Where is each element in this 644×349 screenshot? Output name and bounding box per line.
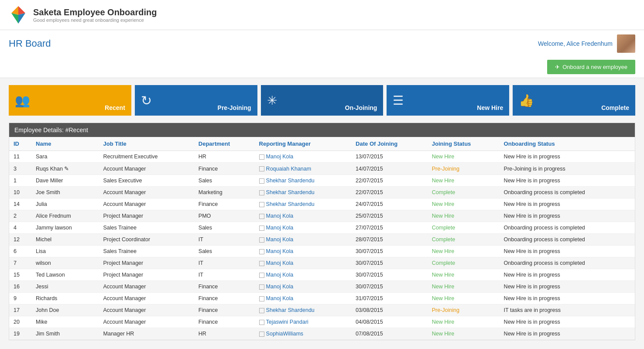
reporting-manager-link[interactable]: Roquaiah Khanam (266, 166, 312, 172)
joining-status-link[interactable]: Pre-Joining (432, 307, 459, 313)
cell-id: 14 (9, 198, 31, 210)
reporting-manager-link[interactable]: Tejaswini Pandari (266, 319, 308, 325)
cell-date-of-joining: 03/08/2015 (351, 305, 428, 316)
reporting-manager-link[interactable]: Manoj Kola (266, 236, 294, 243)
cell-department: Sales (194, 175, 255, 187)
reporting-manager-link[interactable]: Manoj Kola (266, 284, 294, 290)
reporting-manager-link[interactable]: Shekhar Shardendu (266, 307, 315, 313)
onboard-btn-label: Onboard a new employee (562, 64, 627, 70)
cell-job-title: Project Manager (99, 210, 194, 222)
cell-name: Jim Smith (31, 328, 99, 340)
cell-onboarding-status: New Hire is in progress (500, 269, 635, 281)
cell-department: HR (194, 328, 255, 340)
cell-reporting-manager: Manoj Kola (255, 281, 352, 293)
status-cards-container: 👥 Recent ↻ Pre-Joining ✳ On-Joining ☰ Ne… (0, 78, 644, 123)
onboard-btn-row: ✈ Onboard a new employee (0, 56, 644, 78)
cell-job-title: Project Coordinator (99, 234, 194, 246)
reporting-manager-link[interactable]: SophiaWilliams (266, 331, 303, 337)
cell-joining-status: Complete (428, 222, 500, 234)
cell-onboarding-status: Pre-Joining is in progress (500, 163, 635, 175)
joining-status-link[interactable]: Complete (432, 225, 456, 231)
app-logo-title: Saketa Employee Onboarding (33, 7, 157, 17)
reporting-manager-link[interactable]: Shekhar Shardendu (266, 201, 315, 207)
reporting-manager-link[interactable]: Manoj Kola (266, 154, 294, 160)
col-header-name: Name (31, 137, 99, 151)
cell-department: Finance (194, 281, 255, 293)
joining-status-link[interactable]: Complete (432, 189, 456, 195)
cell-name: Lisa (31, 246, 99, 257)
cell-joining-status: New Hire (428, 316, 500, 328)
cell-department: HR (194, 151, 255, 163)
reporting-manager-link[interactable]: Manoj Kola (266, 248, 294, 254)
table-row: 11 Sara Recruitment Executive HR Manoj K… (9, 151, 635, 163)
avatar-image (617, 34, 635, 53)
onboard-btn-icon: ✈ (555, 64, 560, 70)
cell-name: Mike (31, 316, 99, 328)
cell-onboarding-status: Onboarding process is completed (500, 187, 635, 198)
cell-job-title: Recruitment Executive (99, 151, 194, 163)
cell-joining-status: Pre-Joining (428, 163, 500, 175)
cell-onboarding-status: New Hire is in progress (500, 151, 635, 163)
cell-onboarding-status: New Hire is in progress (500, 293, 635, 305)
table-row: 6 Lisa Sales Trainee Sales Manoj Kola 30… (9, 246, 635, 257)
page-title-row: HR Board Welcome, Alice Fredenhum (0, 30, 644, 56)
joining-status-link[interactable]: New Hire (432, 331, 454, 337)
status-card-pre-joining[interactable]: ↻ Pre-Joining (135, 85, 257, 116)
cell-joining-status: New Hire (428, 151, 500, 163)
status-card-complete[interactable]: 👍 Complete (513, 85, 635, 116)
table-row: 15 Ted Lawson Project Manager IT Manoj K… (9, 269, 635, 281)
cell-job-title: Account Manager (99, 316, 194, 328)
cell-name: Sara (31, 151, 99, 163)
status-card-new-hire[interactable]: ☰ New Hire (387, 85, 509, 116)
pre-joining-card-icon: ↻ (141, 93, 152, 108)
onboard-new-employee-button[interactable]: ✈ Onboard a new employee (547, 60, 635, 74)
col-header-joining-status: Joining Status (428, 137, 500, 151)
reporting-manager-link[interactable]: Manoj Kola (266, 272, 294, 278)
cell-department: IT (194, 269, 255, 281)
svg-marker-3 (18, 13, 25, 24)
cell-reporting-manager: Manoj Kola (255, 246, 352, 257)
joining-status-link[interactable]: New Hire (432, 319, 454, 325)
joining-status-link[interactable]: New Hire (432, 154, 454, 160)
col-header-department: Department (194, 137, 255, 151)
status-card-recent[interactable]: 👥 Recent (9, 85, 131, 116)
joining-status-link[interactable]: New Hire (432, 284, 454, 290)
joining-status-link[interactable]: New Hire (432, 248, 454, 254)
reporting-manager-link[interactable]: Shekhar Shardendu (266, 178, 315, 184)
cell-date-of-joining: 30/07/2015 (351, 281, 428, 293)
cell-name: Richards (31, 293, 99, 305)
recent-card-label: Recent (105, 104, 125, 111)
joining-status-link[interactable]: Complete (432, 236, 456, 243)
reporting-manager-link[interactable]: Manoj Kola (266, 260, 294, 266)
cell-name: Jessi (31, 281, 99, 293)
on-joining-card-icon: ✳ (267, 93, 277, 108)
cell-date-of-joining: 13/07/2015 (351, 151, 428, 163)
cell-job-title: Project Manager (99, 257, 194, 269)
joining-status-link[interactable]: Complete (432, 260, 456, 266)
col-header-id: ID (9, 137, 31, 151)
reporting-manager-link[interactable]: Manoj Kola (266, 213, 294, 219)
cell-onboarding-status: Onboarding process is completed (500, 234, 635, 246)
status-card-on-joining[interactable]: ✳ On-Joining (261, 85, 384, 116)
reporting-manager-link[interactable]: Shekhar Shardendu (266, 189, 315, 195)
joining-status-link[interactable]: New Hire (432, 295, 454, 301)
joining-status-link[interactable]: New Hire (432, 272, 454, 278)
cell-reporting-manager: Manoj Kola (255, 151, 352, 163)
reporting-manager-link[interactable]: Manoj Kola (266, 295, 294, 301)
joining-status-link[interactable]: New Hire (432, 201, 454, 207)
employee-table-section: Employee Details: #Recent ID Name Job Ti… (9, 123, 635, 340)
joining-status-link[interactable]: New Hire (432, 178, 454, 184)
joining-status-link[interactable]: Pre-Joining (432, 166, 459, 172)
logo-text-area: Saketa Employee Onboarding Good employee… (33, 7, 157, 23)
new-hire-card-label: New Hire (477, 104, 503, 111)
reporting-manager-link[interactable]: Manoj Kola (266, 225, 294, 231)
joining-status-link[interactable]: New Hire (432, 213, 454, 219)
cell-onboarding-status: Onboarding process is completed (500, 222, 635, 234)
new-hire-card-icon: ☰ (393, 93, 404, 108)
cell-name: Julia (31, 198, 99, 210)
table-row: 3 Ruqs Khan ✎ Account Manager Finance Ro… (9, 163, 635, 175)
cell-onboarding-status: Onboarding process is completed (500, 257, 635, 269)
cell-reporting-manager: Manoj Kola (255, 222, 352, 234)
table-row: 10 Joe Smith Account Manager Marketing S… (9, 187, 635, 198)
cell-reporting-manager: Roquaiah Khanam (255, 163, 352, 175)
